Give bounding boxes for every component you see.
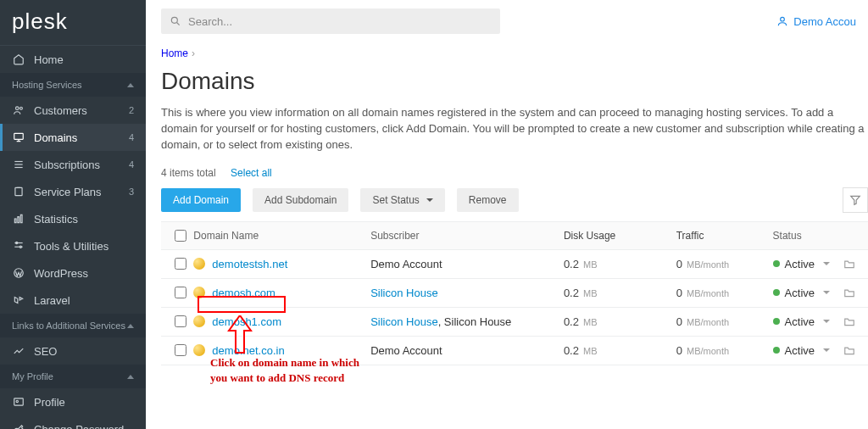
- add-domain-button[interactable]: Add Domain: [161, 188, 241, 212]
- row-action[interactable]: [837, 287, 861, 298]
- laravel-icon: [12, 293, 25, 307]
- sidebar-section-profile[interactable]: My Profile: [0, 365, 146, 388]
- count-badge: 4: [129, 159, 134, 170]
- nav-label: Tools & Utilities: [34, 240, 134, 253]
- subscriber-link[interactable]: Silicon House: [370, 287, 438, 299]
- id-card-icon: [12, 395, 25, 409]
- sidebar-item-domains[interactable]: Domains 4: [0, 124, 146, 151]
- svg-rect-6: [15, 187, 22, 195]
- traffic-value: 0: [676, 344, 682, 357]
- row-action[interactable]: [837, 316, 861, 326]
- status-label: Active: [785, 258, 815, 270]
- add-subdomain-button[interactable]: Add Subdomain: [253, 188, 348, 212]
- row-checkbox[interactable]: [175, 287, 186, 298]
- nav-label: Change Password: [34, 423, 134, 430]
- status-label: Active: [785, 287, 815, 299]
- traffic-unit: MB/month: [684, 317, 729, 327]
- status-label: Active: [785, 344, 815, 357]
- sidebar-item-profile[interactable]: Profile: [0, 388, 146, 415]
- select-all-link[interactable]: Select all: [231, 167, 272, 179]
- sidebar-item-customers[interactable]: Customers 2: [0, 97, 146, 124]
- sidebar-item-laravel[interactable]: Laravel: [0, 287, 146, 314]
- row-action[interactable]: [837, 259, 861, 269]
- user-account-link[interactable]: Demo Accou: [776, 15, 856, 28]
- col-header-traffic[interactable]: Traffic: [676, 230, 773, 242]
- status-dot-icon: [773, 289, 780, 296]
- status-cell[interactable]: Active: [773, 258, 837, 270]
- sidebar-item-home[interactable]: Home: [0, 46, 146, 73]
- disk-unit: MB: [581, 317, 598, 327]
- row-checkbox[interactable]: [175, 315, 186, 327]
- sidebar: plesk Home Hosting Services Customers 2 …: [0, 0, 146, 429]
- col-header-domain[interactable]: Domain Name: [193, 230, 370, 242]
- count-badge: 2: [129, 105, 134, 115]
- nav-label: Profile: [34, 396, 134, 409]
- status-cell[interactable]: Active: [773, 315, 837, 328]
- page-description: This is where you view information on al…: [161, 105, 868, 153]
- toolbar: Add Domain Add Subdomain Set Status Remo…: [161, 187, 868, 213]
- table-header: Domain Name Subscriber Disk Usage Traffi…: [161, 222, 868, 250]
- bar-chart-icon: [12, 212, 25, 226]
- domain-link[interactable]: demotestsh.net: [212, 258, 287, 270]
- svg-marker-23: [851, 196, 860, 204]
- status-cell[interactable]: Active: [773, 287, 837, 299]
- subscriber-text: Demo Account: [370, 258, 442, 270]
- row-checkbox[interactable]: [175, 258, 186, 270]
- sidebar-item-wordpress[interactable]: WordPress: [0, 259, 146, 287]
- status-dot-icon: [773, 318, 780, 325]
- key-icon: [12, 422, 25, 429]
- select-all-checkbox[interactable]: [175, 230, 186, 242]
- domains-table: Domain Name Subscriber Disk Usage Traffi…: [161, 221, 868, 365]
- row-checkbox[interactable]: [175, 344, 186, 356]
- chevron-down-icon: [823, 348, 830, 352]
- search-input[interactable]: Search...: [161, 8, 500, 34]
- sidebar-item-subscriptions[interactable]: Subscriptions 4: [0, 151, 146, 178]
- traffic-unit: MB/month: [684, 346, 729, 356]
- chevron-up-icon: [127, 375, 134, 379]
- nav-label: Customers: [34, 104, 129, 117]
- disk-value: 0.2: [564, 315, 579, 328]
- traffic-value: 0: [676, 258, 682, 270]
- funnel-icon: [849, 194, 861, 206]
- nav-label: Laravel: [34, 294, 134, 307]
- breadcrumb-home[interactable]: Home: [161, 47, 188, 59]
- chevron-up-icon: [127, 83, 134, 87]
- sidebar-item-change-password[interactable]: Change Password: [0, 415, 146, 429]
- domain-link[interactable]: demosh.com: [212, 287, 275, 299]
- monitor-icon: [12, 131, 25, 144]
- row-action[interactable]: [837, 345, 861, 355]
- folder-icon: [843, 287, 855, 298]
- disk-value: 0.2: [564, 258, 579, 270]
- users-icon: [12, 103, 25, 117]
- nav-label: Home: [34, 53, 134, 66]
- status-cell[interactable]: Active: [773, 344, 837, 357]
- count-badge: 3: [129, 187, 134, 197]
- disk-unit: MB: [581, 288, 598, 298]
- traffic-unit: MB/month: [684, 259, 729, 270]
- sidebar-item-seo[interactable]: SEO: [0, 337, 146, 365]
- sidebar-section-links[interactable]: Links to Additional Services: [0, 314, 146, 337]
- col-header-subscriber[interactable]: Subscriber: [370, 230, 564, 242]
- col-header-status[interactable]: Status: [773, 230, 837, 242]
- annotation-text: Click on domain name in which you want t…: [210, 355, 359, 385]
- traffic-value: 0: [676, 315, 682, 328]
- nav-label: Statistics: [34, 213, 134, 226]
- nav-label: SEO: [34, 345, 134, 358]
- traffic-unit: MB/month: [684, 288, 729, 298]
- sidebar-section-hosting[interactable]: Hosting Services: [0, 73, 146, 97]
- folder-icon: [843, 316, 855, 326]
- filter-button[interactable]: [843, 187, 868, 213]
- sidebar-item-statistics[interactable]: Statistics: [0, 205, 146, 232]
- remove-button[interactable]: Remove: [457, 188, 519, 212]
- subscriber-link[interactable]: Silicon House: [370, 315, 438, 328]
- svg-point-20: [171, 17, 177, 23]
- svg-line-21: [177, 23, 180, 25]
- status-dot-icon: [773, 260, 780, 267]
- set-status-button[interactable]: Set Status: [360, 188, 444, 212]
- topbar: Search... Demo Accou: [161, 0, 868, 42]
- disk-value: 0.2: [564, 287, 579, 299]
- col-header-disk[interactable]: Disk Usage: [564, 230, 676, 242]
- sidebar-item-service-plans[interactable]: Service Plans 3: [0, 178, 146, 205]
- domain-link[interactable]: demosh1.com: [212, 315, 281, 328]
- sidebar-item-tools[interactable]: Tools & Utilities: [0, 232, 146, 259]
